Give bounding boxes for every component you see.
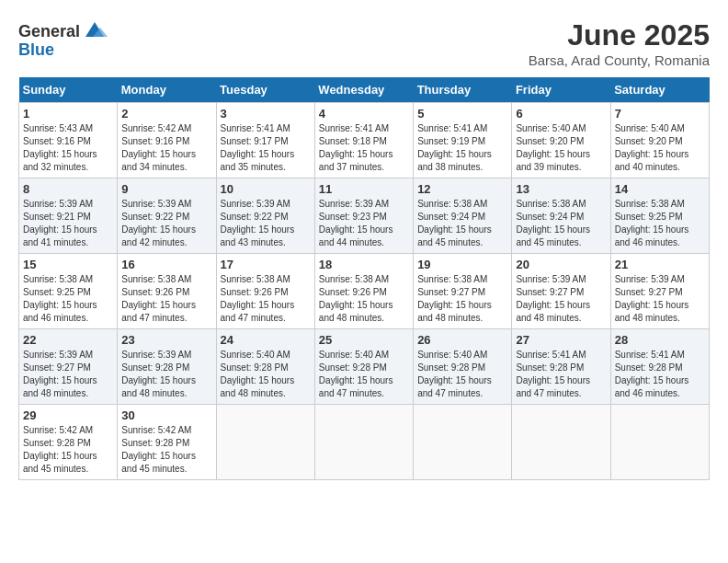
day-info: Sunrise: 5:41 AM Sunset: 9:28 PM Dayligh…: [615, 349, 705, 400]
table-row: [512, 405, 610, 480]
day-info: Sunrise: 5:39 AM Sunset: 9:28 PM Dayligh…: [121, 349, 211, 400]
table-row: 11 Sunrise: 5:39 AM Sunset: 9:23 PM Dayl…: [314, 178, 413, 254]
calendar-row: 1 Sunrise: 5:43 AM Sunset: 9:16 PM Dayli…: [19, 103, 710, 178]
day-number: 13: [516, 182, 606, 196]
day-info: Sunrise: 5:38 AM Sunset: 9:24 PM Dayligh…: [417, 198, 507, 249]
day-number: 30: [121, 408, 211, 422]
table-row: 4 Sunrise: 5:41 AM Sunset: 9:18 PM Dayli…: [314, 103, 413, 178]
header-row: Sunday Monday Tuesday Wednesday Thursday…: [19, 77, 710, 103]
calendar-row: 22 Sunrise: 5:39 AM Sunset: 9:27 PM Dayl…: [19, 329, 710, 405]
day-number: 11: [319, 182, 409, 196]
table-row: 23 Sunrise: 5:39 AM Sunset: 9:28 PM Dayl…: [118, 329, 216, 405]
day-number: 21: [615, 258, 705, 271]
calendar-row: 15 Sunrise: 5:38 AM Sunset: 9:25 PM Dayl…: [19, 254, 710, 329]
table-row: 13 Sunrise: 5:38 AM Sunset: 9:24 PM Dayl…: [512, 178, 610, 254]
day-info: Sunrise: 5:43 AM Sunset: 9:16 PM Dayligh…: [23, 122, 113, 174]
logo: General Blue: [18, 18, 108, 60]
table-row: 29 Sunrise: 5:42 AM Sunset: 9:28 PM Dayl…: [19, 405, 118, 480]
table-row: 24 Sunrise: 5:40 AM Sunset: 9:28 PM Dayl…: [216, 329, 314, 405]
day-info: Sunrise: 5:39 AM Sunset: 9:27 PM Dayligh…: [516, 273, 606, 325]
day-number: 2: [121, 107, 211, 121]
day-info: Sunrise: 5:39 AM Sunset: 9:22 PM Dayligh…: [221, 198, 311, 249]
logo-blue-text: Blue: [18, 40, 54, 60]
table-row: [414, 405, 512, 480]
day-number: 27: [516, 333, 606, 347]
table-row: 25 Sunrise: 5:40 AM Sunset: 9:28 PM Dayl…: [314, 329, 413, 405]
day-number: 6: [516, 107, 606, 121]
table-row: 20 Sunrise: 5:39 AM Sunset: 9:27 PM Dayl…: [512, 254, 610, 329]
day-info: Sunrise: 5:39 AM Sunset: 9:23 PM Dayligh…: [319, 198, 409, 249]
location-subtitle: Barsa, Arad County, Romania: [529, 52, 710, 68]
table-row: [314, 405, 413, 480]
table-row: 2 Sunrise: 5:42 AM Sunset: 9:16 PM Dayli…: [118, 103, 216, 178]
table-row: 19 Sunrise: 5:38 AM Sunset: 9:27 PM Dayl…: [414, 254, 512, 329]
day-number: 1: [23, 107, 113, 121]
day-number: 28: [615, 333, 705, 347]
table-row: [610, 405, 709, 480]
day-info: Sunrise: 5:41 AM Sunset: 9:19 PM Dayligh…: [417, 122, 507, 174]
day-number: 23: [121, 333, 211, 347]
month-title: June 2025: [529, 18, 710, 52]
day-number: 9: [121, 182, 211, 196]
col-wednesday: Wednesday: [314, 77, 413, 103]
col-monday: Monday: [118, 77, 216, 103]
day-info: Sunrise: 5:39 AM Sunset: 9:27 PM Dayligh…: [615, 273, 705, 325]
table-row: 8 Sunrise: 5:39 AM Sunset: 9:21 PM Dayli…: [19, 178, 118, 254]
day-number: 12: [417, 182, 507, 196]
table-row: 22 Sunrise: 5:39 AM Sunset: 9:27 PM Dayl…: [19, 329, 118, 405]
day-number: 14: [615, 182, 705, 196]
table-row: 14 Sunrise: 5:38 AM Sunset: 9:25 PM Dayl…: [610, 178, 709, 254]
table-row: 5 Sunrise: 5:41 AM Sunset: 9:19 PM Dayli…: [414, 103, 512, 178]
table-row: 9 Sunrise: 5:39 AM Sunset: 9:22 PM Dayli…: [118, 178, 216, 254]
day-info: Sunrise: 5:39 AM Sunset: 9:27 PM Dayligh…: [23, 349, 113, 400]
day-number: 16: [121, 258, 211, 271]
title-area: June 2025 Barsa, Arad County, Romania: [529, 18, 710, 68]
table-row: 3 Sunrise: 5:41 AM Sunset: 9:17 PM Dayli…: [216, 103, 314, 178]
day-info: Sunrise: 5:41 AM Sunset: 9:17 PM Dayligh…: [221, 122, 311, 174]
table-row: 27 Sunrise: 5:41 AM Sunset: 9:28 PM Dayl…: [512, 329, 610, 405]
day-info: Sunrise: 5:39 AM Sunset: 9:22 PM Dayligh…: [121, 198, 211, 249]
logo-icon: [82, 18, 108, 44]
table-row: 28 Sunrise: 5:41 AM Sunset: 9:28 PM Dayl…: [610, 329, 709, 405]
day-number: 18: [319, 258, 409, 271]
day-number: 5: [417, 107, 507, 121]
table-row: 21 Sunrise: 5:39 AM Sunset: 9:27 PM Dayl…: [610, 254, 709, 329]
day-number: 8: [23, 182, 113, 196]
day-number: 24: [221, 333, 311, 347]
day-info: Sunrise: 5:42 AM Sunset: 9:28 PM Dayligh…: [121, 424, 211, 476]
day-info: Sunrise: 5:40 AM Sunset: 9:28 PM Dayligh…: [319, 349, 409, 400]
day-info: Sunrise: 5:40 AM Sunset: 9:28 PM Dayligh…: [221, 349, 311, 400]
table-row: 12 Sunrise: 5:38 AM Sunset: 9:24 PM Dayl…: [414, 178, 512, 254]
col-thursday: Thursday: [414, 77, 512, 103]
table-row: 7 Sunrise: 5:40 AM Sunset: 9:20 PM Dayli…: [610, 103, 709, 178]
day-number: 4: [319, 107, 409, 121]
calendar-row: 29 Sunrise: 5:42 AM Sunset: 9:28 PM Dayl…: [19, 405, 710, 480]
day-info: Sunrise: 5:38 AM Sunset: 9:26 PM Dayligh…: [319, 273, 409, 325]
table-row: 17 Sunrise: 5:38 AM Sunset: 9:26 PM Dayl…: [216, 254, 314, 329]
day-info: Sunrise: 5:40 AM Sunset: 9:20 PM Dayligh…: [516, 122, 606, 174]
table-row: 26 Sunrise: 5:40 AM Sunset: 9:28 PM Dayl…: [414, 329, 512, 405]
logo-general-text: General: [18, 22, 80, 41]
col-sunday: Sunday: [19, 77, 118, 103]
day-number: 22: [23, 333, 113, 347]
table-row: 18 Sunrise: 5:38 AM Sunset: 9:26 PM Dayl…: [314, 254, 413, 329]
day-info: Sunrise: 5:40 AM Sunset: 9:20 PM Dayligh…: [615, 122, 705, 174]
day-number: 26: [417, 333, 507, 347]
day-info: Sunrise: 5:38 AM Sunset: 9:25 PM Dayligh…: [615, 198, 705, 249]
day-number: 3: [221, 107, 311, 121]
day-number: 15: [23, 258, 113, 271]
day-info: Sunrise: 5:42 AM Sunset: 9:28 PM Dayligh…: [23, 424, 113, 476]
day-info: Sunrise: 5:38 AM Sunset: 9:26 PM Dayligh…: [221, 273, 311, 325]
table-row: 15 Sunrise: 5:38 AM Sunset: 9:25 PM Dayl…: [19, 254, 118, 329]
day-info: Sunrise: 5:40 AM Sunset: 9:28 PM Dayligh…: [417, 349, 507, 400]
day-number: 25: [319, 333, 409, 347]
day-info: Sunrise: 5:39 AM Sunset: 9:21 PM Dayligh…: [23, 198, 113, 249]
calendar-table: Sunday Monday Tuesday Wednesday Thursday…: [18, 77, 710, 480]
day-info: Sunrise: 5:38 AM Sunset: 9:25 PM Dayligh…: [23, 273, 113, 325]
col-friday: Friday: [512, 77, 610, 103]
table-row: [216, 405, 314, 480]
col-saturday: Saturday: [610, 77, 709, 103]
calendar-row: 8 Sunrise: 5:39 AM Sunset: 9:21 PM Dayli…: [19, 178, 710, 254]
col-tuesday: Tuesday: [216, 77, 314, 103]
day-info: Sunrise: 5:42 AM Sunset: 9:16 PM Dayligh…: [121, 122, 211, 174]
